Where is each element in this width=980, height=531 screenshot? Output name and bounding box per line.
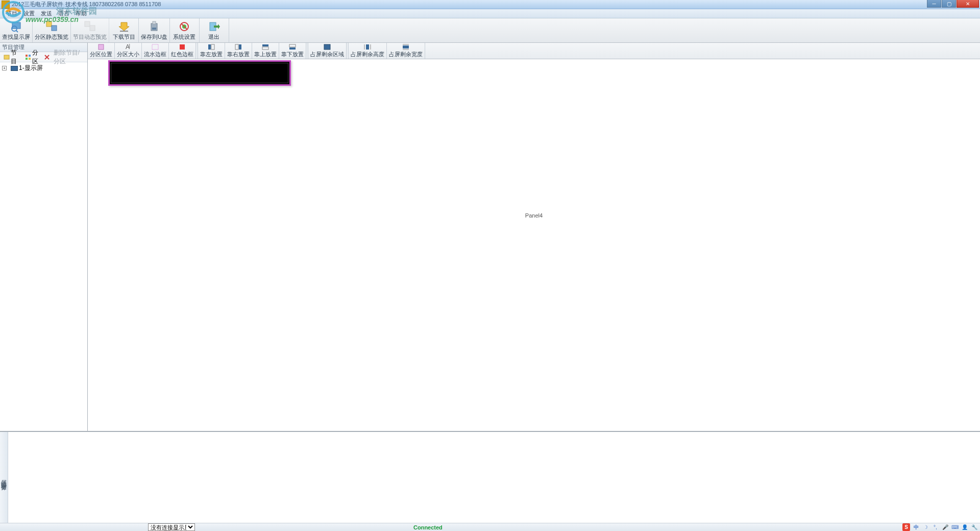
exit-button[interactable]: 退出 — [200, 18, 229, 42]
svg-rect-6 — [85, 21, 90, 27]
svg-rect-36 — [324, 44, 330, 50]
fill-width-button[interactable]: 占屏剩余宽度 — [387, 43, 425, 59]
right-content: 分区位置 AI 分区大小 流水边框 红色边框 靠左放置 靠右放置 — [88, 43, 980, 431]
ime-moon-icon[interactable]: ☽ — [922, 523, 929, 531]
titlebar-text: 2012三毛电子屏软件 技术专线 18073802268 0738 851170… — [12, 1, 161, 8]
connection-status: Connected — [413, 524, 443, 530]
app-icon — [2, 1, 10, 9]
menu-program[interactable]: 节目 — [4, 10, 19, 17]
ime-mic-icon[interactable]: 🎤 — [941, 523, 949, 531]
delete-icon[interactable] — [44, 54, 50, 60]
property-panel-title: 属性编辑窗体 — [0, 432, 8, 523]
panel-label: Panel4 — [525, 212, 543, 219]
svg-rect-20 — [29, 58, 31, 60]
svg-rect-30 — [235, 44, 238, 50]
program-tree[interactable]: + 1-显示屏 — [0, 62, 87, 431]
svg-rect-23 — [99, 44, 104, 50]
svg-rect-32 — [262, 44, 268, 46]
save-usb-button[interactable]: 保存到U盘 — [139, 18, 170, 42]
find-screen-button[interactable]: 查找显示屏 — [0, 18, 33, 42]
menubar: 节目 设置 发送 语言 帮助 — [0, 9, 980, 18]
fill-w-icon — [401, 43, 410, 51]
area-size-button[interactable]: AI 分区大小 — [115, 43, 142, 59]
border-flow-icon — [151, 43, 160, 51]
align-t-icon — [261, 43, 270, 51]
save-usb-icon — [147, 20, 161, 33]
align-l-icon — [207, 43, 216, 51]
program-icon — [4, 54, 10, 60]
svg-rect-19 — [26, 58, 28, 60]
screen-preview[interactable] — [108, 60, 291, 86]
preview-dynamic-icon — [83, 20, 97, 33]
svg-rect-27 — [180, 44, 185, 50]
close-button[interactable]: ✕ — [957, 0, 979, 8]
svg-rect-33 — [262, 47, 268, 50]
svg-rect-31 — [239, 44, 241, 50]
svg-rect-28 — [208, 44, 211, 50]
svg-rect-18 — [29, 55, 31, 57]
expand-icon[interactable]: + — [2, 66, 7, 70]
screen-select-dropdown[interactable]: 没有连接显示屏 — [148, 523, 195, 531]
align-left-button[interactable]: 靠左放置 — [198, 43, 225, 59]
flow-border-button[interactable]: 流水边框 — [142, 43, 169, 59]
svg-rect-8 — [120, 31, 128, 32]
menu-send[interactable]: 发送 — [39, 10, 54, 17]
minimize-button[interactable]: ─ — [927, 0, 941, 8]
align-right-button[interactable]: 靠右放置 — [225, 43, 252, 59]
size-icon: AI — [124, 43, 133, 51]
preview-static-icon — [44, 20, 59, 33]
fill-h-icon — [363, 43, 372, 51]
fill-area-icon — [323, 43, 332, 51]
menu-help[interactable]: 帮助 — [74, 10, 89, 17]
svg-rect-29 — [211, 44, 214, 50]
area-position-button[interactable]: 分区位置 — [88, 43, 115, 59]
svg-rect-5 — [52, 26, 57, 31]
align-b-icon — [288, 43, 297, 51]
align-bottom-button[interactable]: 靠下放置 — [279, 43, 306, 59]
property-panel: 属性编辑窗体 — [0, 431, 980, 523]
menu-language[interactable]: 语言 — [56, 10, 71, 17]
maximize-button[interactable]: ▢ — [942, 0, 956, 8]
sub-toolbar: 分区位置 AI 分区大小 流水边框 红色边框 靠左放置 靠右放置 — [88, 43, 980, 59]
tree-item-screen[interactable]: + 1-显示屏 — [1, 63, 86, 73]
ime-lang-icon[interactable]: 中 — [912, 523, 920, 531]
border-red-icon — [178, 43, 187, 51]
ime-keyboard-icon[interactable]: ⌨ — [951, 523, 959, 531]
pos-icon — [96, 43, 106, 51]
svg-rect-17 — [26, 55, 28, 57]
titlebar: 2012三毛电子屏软件 技术专线 18073802268 0738 851170… — [0, 0, 980, 9]
canvas-area[interactable]: Panel4 — [88, 59, 980, 431]
screen-select[interactable]: 没有连接显示屏 — [148, 523, 195, 531]
menu-settings[interactable]: 设置 — [21, 10, 37, 17]
svg-rect-35 — [289, 47, 296, 50]
ime-wrench-icon[interactable]: 🔧 — [970, 523, 978, 531]
svg-text:I: I — [129, 44, 130, 50]
dynamic-preview-button[interactable]: 节目动态预览 — [71, 18, 109, 42]
main-toolbar: 查找显示屏 分区静态预览 节目动态预览 下载节目 保存到U盘 系统设置 退出 — [0, 18, 980, 43]
ime-tray: S 中 ☽ °, 🎤 ⌨ 👤 🔧 — [902, 523, 978, 531]
align-top-button[interactable]: 靠上放置 — [252, 43, 279, 59]
red-border-button[interactable]: 红色边框 — [169, 43, 196, 59]
svg-rect-7 — [90, 26, 95, 31]
ime-punct-icon[interactable]: °, — [932, 523, 939, 531]
screen-icon — [11, 66, 18, 71]
property-content[interactable] — [8, 432, 980, 523]
download-program-button[interactable]: 下载节目 — [109, 18, 139, 42]
svg-rect-16 — [4, 55, 9, 59]
ime-person-icon[interactable]: 👤 — [961, 523, 968, 531]
svg-rect-40 — [403, 45, 409, 49]
statusbar: 没有连接显示屏 Connected S 中 ☽ °, 🎤 ⌨ 👤 🔧 — [0, 523, 980, 531]
svg-rect-26 — [152, 44, 158, 50]
settings-icon — [177, 20, 191, 33]
download-icon — [117, 20, 131, 33]
static-preview-button[interactable]: 分区静态预览 — [33, 18, 71, 42]
fill-area-button[interactable]: 占屏剩余区域 — [308, 43, 347, 59]
fill-height-button[interactable]: 占屏剩余高度 — [349, 43, 387, 59]
svg-rect-4 — [46, 21, 52, 27]
svg-line-3 — [16, 30, 18, 32]
ime-logo-icon[interactable]: S — [902, 523, 910, 531]
svg-rect-11 — [152, 28, 156, 30]
svg-rect-34 — [289, 44, 296, 47]
align-r-icon — [234, 43, 243, 51]
system-settings-button[interactable]: 系统设置 — [170, 18, 200, 42]
